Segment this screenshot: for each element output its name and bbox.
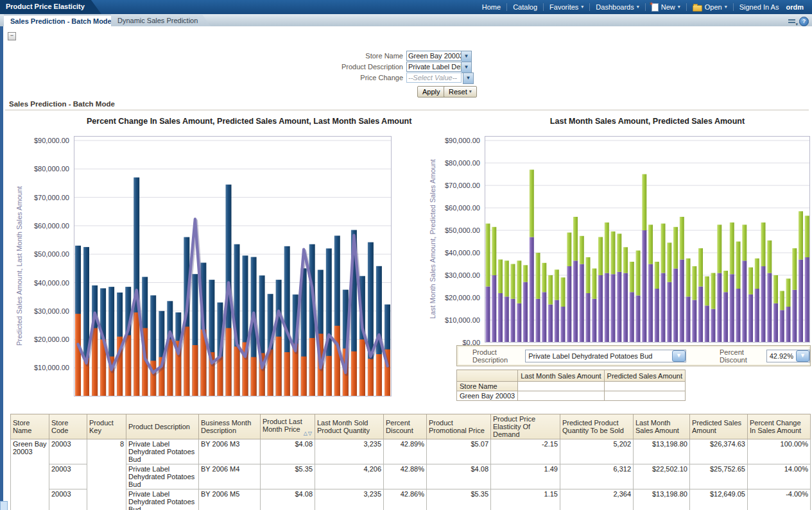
- stack-predicted[interactable]: [730, 223, 734, 275]
- apply-button[interactable]: Apply: [417, 86, 445, 98]
- stack-predicted[interactable]: [623, 247, 628, 273]
- bar-last-month[interactable]: [134, 312, 139, 396]
- stack-last-month[interactable]: [486, 287, 490, 343]
- stack-last-month[interactable]: [698, 287, 703, 343]
- stack-predicted[interactable]: [642, 174, 646, 231]
- reset-button[interactable]: Reset▾: [444, 86, 477, 98]
- stack-predicted[interactable]: [548, 275, 553, 305]
- stack-last-month[interactable]: [642, 230, 646, 343]
- scrollbar-fragment[interactable]: [0, 501, 8, 510]
- stack-predicted[interactable]: [792, 248, 797, 290]
- bar-last-month[interactable]: [376, 354, 382, 396]
- stack-predicted[interactable]: [536, 253, 540, 299]
- stack-last-month[interactable]: [705, 305, 709, 343]
- stack-predicted[interactable]: [605, 223, 609, 273]
- stack-last-month[interactable]: [567, 266, 571, 343]
- stack-last-month[interactable]: [580, 264, 584, 343]
- collapse-section-icon[interactable]: −: [8, 32, 16, 40]
- stack-predicted[interactable]: [711, 273, 716, 309]
- stack-last-month[interactable]: [548, 305, 553, 343]
- stack-predicted[interactable]: [555, 269, 559, 300]
- stack-predicted[interactable]: [805, 216, 809, 257]
- bar-last-month[interactable]: [309, 338, 315, 396]
- percent-discount-select[interactable]: 42.92% ▼: [766, 350, 810, 362]
- nav-new[interactable]: New▾: [646, 3, 686, 12]
- column-header-store-code[interactable]: Store Code: [49, 414, 87, 439]
- dropdown-arrow-icon[interactable]: ▼: [796, 350, 809, 362]
- stack-predicted[interactable]: [723, 271, 728, 292]
- column-header-last-month-sold-product-quantity[interactable]: Last Month Sold Product Quantity: [315, 414, 384, 439]
- bar-last-month[interactable]: [368, 359, 374, 396]
- dropdown-arrow-icon[interactable]: ▼: [462, 51, 472, 62]
- stack-predicted[interactable]: [617, 234, 621, 272]
- stack-last-month[interactable]: [617, 272, 621, 343]
- column-header-predicted-product-quantity-to-be-sold[interactable]: Predicted Product Quantity To be Sold: [560, 414, 634, 439]
- stack-last-month[interactable]: [792, 290, 797, 343]
- stacked-chart-plot[interactable]: [485, 136, 810, 343]
- stack-predicted[interactable]: [542, 263, 546, 293]
- stack-predicted[interactable]: [773, 275, 778, 303]
- stack-predicted[interactable]: [611, 232, 616, 275]
- stack-last-month[interactable]: [730, 274, 734, 343]
- stack-last-month[interactable]: [592, 299, 596, 343]
- combo-chart-plot[interactable]: [74, 136, 392, 396]
- stack-last-month[interactable]: [586, 293, 591, 343]
- stack-last-month[interactable]: [717, 273, 721, 343]
- stack-last-month[interactable]: [636, 296, 641, 343]
- bar-last-month[interactable]: [125, 336, 131, 397]
- stack-predicted[interactable]: [630, 262, 634, 292]
- column-header-predicted-sales-amount[interactable]: Predicted Sales Amount: [690, 414, 748, 439]
- product-description-select[interactable]: Private Label Dehydrated Potatoes Bud ▼: [406, 62, 472, 72]
- stack-last-month[interactable]: [536, 299, 540, 343]
- dropdown-arrow-icon[interactable]: ▼: [672, 350, 686, 362]
- stack-last-month[interactable]: [511, 299, 515, 343]
- stack-last-month[interactable]: [542, 292, 546, 343]
- dropdown-arrow-icon[interactable]: ▼: [462, 62, 472, 73]
- stack-predicted[interactable]: [498, 260, 503, 294]
- stack-last-month[interactable]: [742, 260, 747, 343]
- stack-last-month[interactable]: [492, 275, 496, 343]
- stack-predicted[interactable]: [561, 278, 566, 307]
- stack-predicted[interactable]: [517, 260, 521, 303]
- nav-home[interactable]: Home: [476, 3, 506, 11]
- stack-predicted[interactable]: [486, 224, 490, 287]
- stack-predicted[interactable]: [505, 260, 509, 296]
- column-header-last-month-sales-amount[interactable]: Last Month Sales Amount: [634, 414, 690, 439]
- stack-last-month[interactable]: [523, 282, 528, 343]
- stack-predicted[interactable]: [692, 266, 696, 300]
- column-header-product-price-elasticity-of-demand[interactable]: Product Price Elasticity Of Demand: [491, 414, 560, 439]
- bar-last-month[interactable]: [192, 345, 198, 396]
- stack-last-month[interactable]: [786, 307, 791, 343]
- store-name-select[interactable]: Green Bay 20003 ▼: [406, 51, 472, 61]
- nav-catalog[interactable]: Catalog: [507, 3, 543, 11]
- stack-predicted[interactable]: [598, 237, 603, 276]
- stack-predicted[interactable]: [523, 265, 528, 282]
- stack-last-month[interactable]: [573, 260, 578, 343]
- stack-last-month[interactable]: [686, 296, 691, 343]
- bar-last-month[interactable]: [334, 326, 340, 396]
- stack-predicted[interactable]: [686, 259, 691, 297]
- stack-last-month[interactable]: [611, 274, 616, 343]
- stack-predicted[interactable]: [648, 225, 653, 264]
- stack-last-month[interactable]: [555, 300, 559, 343]
- bar-last-month[interactable]: [75, 314, 81, 396]
- stack-last-month[interactable]: [767, 273, 772, 343]
- stack-last-month[interactable]: [805, 257, 809, 343]
- bar-last-month[interactable]: [226, 328, 232, 396]
- stack-predicted[interactable]: [655, 262, 659, 289]
- stack-last-month[interactable]: [505, 296, 509, 343]
- nav-dashboards[interactable]: Dashboards▾: [590, 3, 644, 11]
- stack-predicted[interactable]: [761, 223, 766, 266]
- stack-last-month[interactable]: [736, 289, 741, 343]
- stack-last-month[interactable]: [561, 307, 566, 343]
- stack-predicted[interactable]: [592, 269, 596, 299]
- stack-predicted[interactable]: [567, 233, 571, 267]
- stack-last-month[interactable]: [799, 260, 803, 343]
- column-header-product-last-month-price[interactable]: Product Last Month Price△▽: [261, 414, 315, 439]
- bar-last-month[interactable]: [284, 352, 290, 396]
- stack-predicted[interactable]: [636, 251, 641, 296]
- stack-last-month[interactable]: [648, 264, 653, 343]
- bar-last-month[interactable]: [359, 339, 365, 396]
- stack-predicted[interactable]: [680, 217, 684, 260]
- stack-predicted[interactable]: [511, 264, 515, 299]
